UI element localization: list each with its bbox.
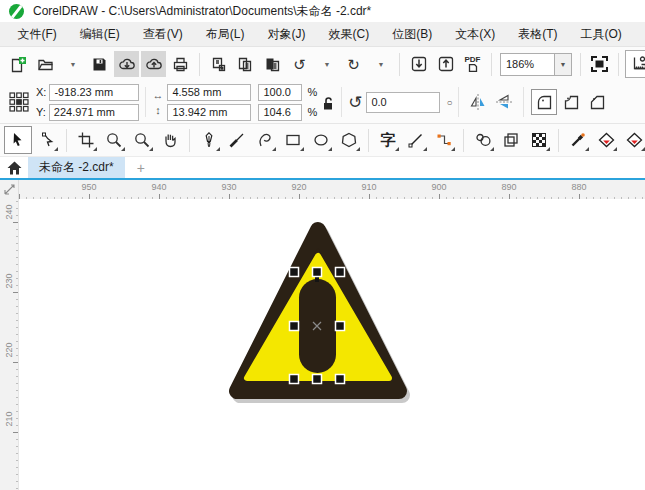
- paste-button[interactable]: [260, 51, 285, 77]
- mirror-vertical-button[interactable]: [495, 93, 513, 111]
- redo-button[interactable]: ↻: [341, 51, 366, 77]
- cloud-download-button[interactable]: [114, 51, 139, 77]
- export-button[interactable]: [433, 51, 458, 77]
- menu-item-8[interactable]: 文本(X): [444, 22, 507, 46]
- menu-item-1[interactable]: 文件(F): [6, 22, 68, 46]
- selection-handle[interactable]: [336, 375, 345, 384]
- chamfered-corner-icon: [589, 94, 606, 111]
- object-height-input[interactable]: 13.942 mm: [167, 104, 251, 121]
- ellipse-icon: [313, 132, 329, 148]
- full-screen-preview-button[interactable]: [587, 51, 612, 77]
- b-spline-tool[interactable]: [252, 127, 278, 153]
- zoom-level-select[interactable]: 186% ▼: [500, 53, 572, 76]
- import-icon: [410, 55, 428, 73]
- selection-handle[interactable]: [313, 375, 322, 384]
- x-position-input[interactable]: -918.23 mm: [49, 84, 139, 101]
- welcome-screen-button[interactable]: [0, 157, 28, 178]
- crop-tool[interactable]: [73, 127, 99, 153]
- connector-tool[interactable]: [431, 127, 457, 153]
- text-tool[interactable]: 字: [375, 127, 401, 153]
- pan-tool[interactable]: [157, 127, 183, 153]
- separator: [458, 87, 459, 117]
- menu-item-4[interactable]: 布局(L): [194, 22, 256, 46]
- menu-item-6[interactable]: 效果(C): [317, 22, 381, 46]
- interactive-fill-tool[interactable]: [593, 127, 619, 153]
- selection-handle[interactable]: [290, 322, 299, 331]
- blend-tool[interactable]: [470, 127, 496, 153]
- selection-handle[interactable]: [336, 322, 345, 331]
- zoom-tool-icon: [106, 132, 122, 148]
- eyedropper-tool[interactable]: [565, 127, 591, 153]
- new-tab-button[interactable]: +: [125, 157, 157, 178]
- save-button[interactable]: [87, 51, 112, 77]
- drawing-canvas[interactable]: [19, 199, 645, 490]
- ellipse-tool[interactable]: [308, 127, 334, 153]
- separator: [66, 129, 67, 152]
- pick-tool[interactable]: [4, 126, 32, 154]
- chamfered-corner-button[interactable]: [585, 90, 609, 114]
- pen-tool[interactable]: [196, 127, 222, 153]
- show-rulers-toggle[interactable]: [625, 50, 645, 78]
- copy-button[interactable]: [233, 51, 258, 77]
- mirror-horizontal-button[interactable]: [469, 93, 487, 111]
- horizontal-ruler-row: 950940930920910900890880: [0, 180, 645, 199]
- menu-item-10[interactable]: 工具(O): [569, 22, 633, 46]
- undo-dropdown[interactable]: ▼: [314, 51, 339, 77]
- scalloped-corner-button[interactable]: [559, 90, 583, 114]
- pdf-icon: PDF: [465, 56, 481, 64]
- selection-handle[interactable]: [313, 268, 322, 277]
- selection-handle[interactable]: [336, 268, 345, 277]
- vertical-ruler[interactable]: 240230220210: [0, 199, 19, 490]
- h-ruler-number: 950: [81, 182, 96, 192]
- separator: [399, 53, 400, 76]
- separator: [523, 87, 524, 117]
- menu-item-9[interactable]: 表格(T): [507, 22, 569, 46]
- print-button[interactable]: [168, 51, 193, 77]
- save-icon: [91, 56, 108, 73]
- contour-tool[interactable]: [498, 127, 524, 153]
- menu-item-3[interactable]: 查看(V): [131, 22, 194, 46]
- menu-item-7[interactable]: 位图(B): [381, 22, 444, 46]
- new-document-button[interactable]: [6, 51, 31, 77]
- ruler-origin[interactable]: [0, 180, 19, 199]
- zoom-tool[interactable]: [101, 127, 127, 153]
- selection-handle[interactable]: [290, 375, 299, 384]
- document-tab[interactable]: 未命名 -2.cdr*: [28, 157, 125, 178]
- object-width-input[interactable]: 4.558 mm: [167, 84, 251, 101]
- scale-x-input[interactable]: 100.0: [258, 84, 302, 101]
- transparency-tool[interactable]: [526, 127, 552, 153]
- rotation-angle-input[interactable]: 0.0: [366, 92, 440, 113]
- connector-icon: [436, 132, 452, 148]
- publish-pdf-button[interactable]: PDF: [460, 51, 485, 77]
- horizontal-ruler[interactable]: 950940930920910900890880: [19, 180, 645, 199]
- artistic-media-tool[interactable]: [224, 127, 250, 153]
- lock-ratio-icon[interactable]: [321, 96, 335, 112]
- selection-handle[interactable]: [290, 268, 299, 277]
- zoom-tool-2[interactable]: [129, 127, 155, 153]
- y-position-input[interactable]: 224.971 mm: [49, 104, 139, 121]
- shape-tool[interactable]: [34, 127, 60, 153]
- fill-diamond-icon: [598, 132, 615, 148]
- menu-item-5[interactable]: 对象(J): [256, 22, 317, 46]
- scalloped-corner-icon: [563, 94, 580, 111]
- redo-dropdown[interactable]: ▼: [368, 51, 393, 77]
- undo-button[interactable]: ↺: [287, 51, 312, 77]
- open-button[interactable]: [33, 51, 58, 77]
- open-dropdown[interactable]: ▼: [60, 51, 85, 77]
- menu-item-2[interactable]: 编辑(E): [68, 22, 131, 46]
- cut-button[interactable]: [206, 51, 231, 77]
- polygon-tool[interactable]: [336, 127, 362, 153]
- separator: [199, 53, 200, 76]
- open-folder-icon: [37, 56, 54, 73]
- cloud-upload-button[interactable]: [141, 51, 166, 77]
- round-corner-button[interactable]: [531, 89, 557, 115]
- scale-y-input[interactable]: 104.6: [258, 104, 302, 121]
- smart-fill-tool[interactable]: [621, 127, 645, 153]
- dimension-tool[interactable]: [403, 127, 429, 153]
- import-button[interactable]: [406, 51, 431, 77]
- rectangle-tool[interactable]: [280, 127, 306, 153]
- drawing-svg[interactable]: [19, 199, 645, 490]
- paste-icon: [264, 56, 281, 73]
- export-icon: [437, 55, 455, 73]
- separator: [618, 53, 619, 76]
